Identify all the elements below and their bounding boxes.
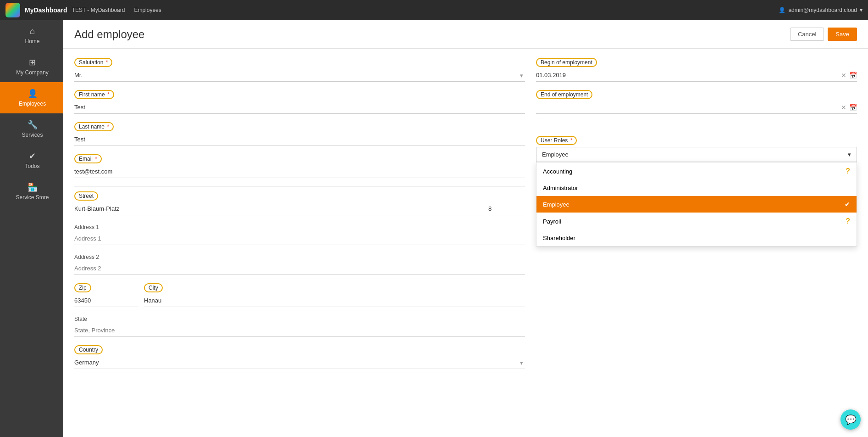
service-store-icon: 🏪 [28,182,38,192]
sidebar-item-label: Services [22,132,43,138]
user-icon: 👤 [779,7,785,13]
firstname-input[interactable] [74,101,525,114]
sidebar-item-employees[interactable]: 👤 Employees [0,82,63,113]
breadcrumb: Employees [134,7,161,13]
user-roles-label: User Roles * [536,136,577,145]
form-area: Salutation * Mr. Ms. Dr. Prof. ▾ [63,49,868,387]
services-icon: 🔧 [28,120,38,130]
employees-icon: 👤 [28,89,38,99]
company-icon: ⊞ [29,57,36,67]
roles-option-administrator[interactable]: Administrator [536,180,857,196]
sidebar-item-service-store[interactable]: 🏪 Service Store [0,176,63,207]
home-icon: ⌂ [30,27,35,36]
begin-employment-clear-icon[interactable]: ✕ [838,72,849,79]
roles-option-payroll[interactable]: Payroll ? [536,213,857,230]
todos-icon: ✔ [29,151,36,161]
header-actions: Cancel Save [790,28,857,41]
firstname-label: First name * [74,90,114,99]
chat-bubble[interactable]: 💬 [840,409,861,430]
end-employment-label: End of employment [536,90,592,99]
end-employment-calendar-icon[interactable]: 📅 [849,104,857,111]
begin-employment-input[interactable] [536,69,838,81]
app-name: MyDashboard [25,6,67,14]
address1-field-group: Address 1 [74,224,525,245]
salutation-select-wrapper: Mr. Ms. Dr. Prof. ▾ [74,69,525,82]
lastname-required: * [107,123,109,130]
begin-employment-calendar-icon[interactable]: 📅 [849,72,857,79]
roles-option-employee[interactable]: Employee ✔ [536,196,857,213]
begin-employment-label: Begin of employment [536,58,597,67]
sidebar-item-label: Todos [25,163,39,169]
user-roles-field-group: User Roles * Employee ▾ Accounting ? [536,136,857,162]
zip-city-row: Zip City [74,283,525,307]
form-right: Begin of employment ✕ 📅 End of employmen… [536,58,857,377]
salutation-select[interactable]: Mr. Ms. Dr. Prof. [74,69,525,82]
country-select[interactable]: Germany Austria Switzerland USA UK [74,356,525,369]
sidebar-item-my-company[interactable]: ⊞ My Company [0,51,63,82]
firstname-field-group: First name * [74,90,525,114]
user-roles-required: * [570,137,573,144]
main-layout: ⌂ Home ⊞ My Company 👤 Employees 🔧 Servic… [0,20,868,437]
address2-input[interactable] [74,262,525,275]
address2-label: Address 2 [74,254,99,260]
roles-option-shareholder[interactable]: Shareholder [536,230,857,246]
lastname-label: Last name * [74,122,114,131]
sidebar-item-home[interactable]: ⌂ Home [0,20,63,51]
street-row [74,202,525,215]
street-number-input[interactable] [488,202,525,215]
address1-input[interactable] [74,232,525,245]
sidebar-item-todos[interactable]: ✔ Todos [0,145,63,176]
sidebar-item-services[interactable]: 🔧 Services [0,113,63,145]
divider-1 [74,186,525,187]
begin-employment-field-group: Begin of employment ✕ 📅 [536,58,857,82]
street-field-group: Street [74,191,525,215]
email-field-group: Email * [74,154,525,178]
chat-icon: 💬 [845,414,857,425]
street-num [488,202,525,215]
content-area: Add employee Cancel Save Salutation * [63,20,868,437]
end-employment-clear-icon[interactable]: ✕ [838,104,849,111]
lastname-field-group: Last name * [74,122,525,146]
state-input[interactable] [74,324,525,337]
lastname-input[interactable] [74,133,525,146]
user-roles-display[interactable]: Employee ▾ [536,147,857,162]
street-input[interactable] [74,202,483,215]
cancel-button[interactable]: Cancel [790,28,824,41]
city-input[interactable] [144,294,525,307]
end-employment-input[interactable] [536,101,838,113]
street-main [74,202,483,215]
form-left: Salutation * Mr. Ms. Dr. Prof. ▾ [74,58,525,377]
roles-option-label: Payroll [543,218,561,225]
city-label: City [144,283,163,292]
firstname-required: * [107,91,110,98]
end-employment-date-wrapper: ✕ 📅 [536,101,857,114]
zip-input[interactable] [74,294,138,307]
sidebar-item-label: My Company [16,69,49,76]
sidebar-item-label: Employees [19,101,46,107]
state-field-group: State [74,315,525,337]
user-roles-value: Employee [542,151,569,158]
roles-option-accounting[interactable]: Accounting ? [536,162,857,180]
salutation-required: * [106,59,108,66]
user-roles-dropdown: Accounting ? Administrator Employee ✔ [536,162,857,247]
save-button[interactable]: Save [828,28,857,41]
zip-city-field-group: Zip City [74,283,525,307]
sidebar: ⌂ Home ⊞ My Company 👤 Employees 🔧 Servic… [0,20,63,437]
begin-employment-date-wrapper: ✕ 📅 [536,69,857,82]
user-roles-dropdown-icon: ▾ [848,151,851,158]
page-header: Add employee Cancel Save [63,20,868,49]
street-label: Street [74,191,98,201]
email-label: Email * [74,154,102,163]
email-required: * [95,156,97,162]
sidebar-item-label: Home [25,38,39,45]
user-email: admin@mydashboard.cloud [788,7,857,13]
zip-label: Zip [74,283,91,292]
city-col: City [144,283,525,307]
topbar-right[interactable]: 👤 admin@mydashboard.cloud ▾ [779,7,862,13]
salutation-label: Salutation * [74,58,112,67]
roles-option-label: Administrator [543,185,578,191]
roles-option-label: Accounting [543,168,572,175]
state-label: State [74,316,87,322]
employee-check-icon: ✔ [845,201,850,208]
email-input[interactable] [74,165,525,178]
